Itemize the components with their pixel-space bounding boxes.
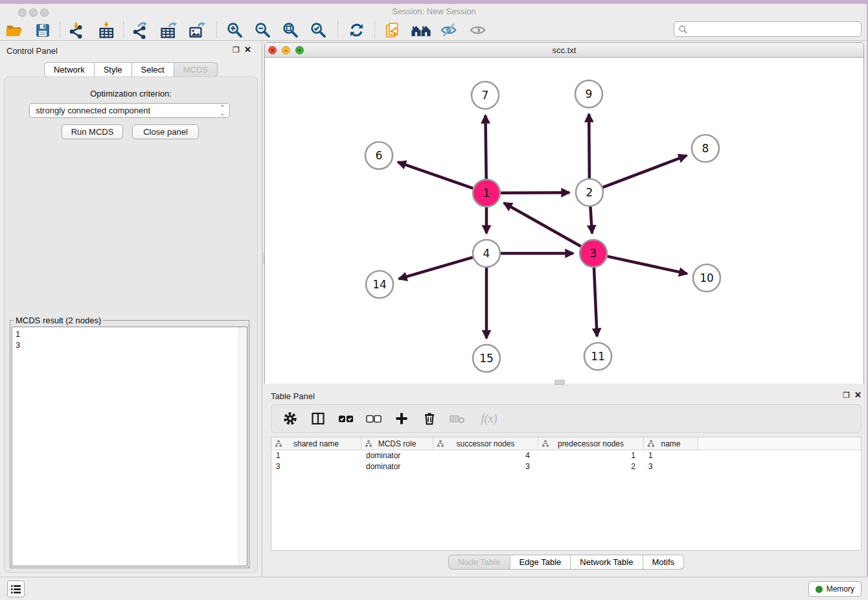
graph-edge-3-10[interactable] xyxy=(607,257,687,274)
table-cell[interactable]: dominator xyxy=(361,461,433,472)
column-header-shared-name[interactable]: shared name xyxy=(271,437,361,450)
zoom-selected-button[interactable] xyxy=(308,21,328,40)
new-network-from-selection-button[interactable] xyxy=(382,21,403,40)
tab-select[interactable]: Select xyxy=(132,62,174,77)
open-folder-icon xyxy=(5,21,23,40)
tab-style[interactable]: Style xyxy=(95,62,132,77)
graph-edge-2-8[interactable] xyxy=(603,156,687,187)
table-row[interactable]: 3dominator323 xyxy=(271,461,861,472)
table-cell[interactable]: 4 xyxy=(433,450,538,461)
show-column-panel-button[interactable] xyxy=(309,410,327,428)
tab-edge-table[interactable]: Edge Table xyxy=(510,555,571,570)
export-table-button[interactable] xyxy=(158,21,179,40)
mcds-result-item[interactable]: 1 xyxy=(16,329,247,340)
optimization-criterion-value: strongly connected component xyxy=(36,106,150,115)
task-history-button[interactable] xyxy=(7,581,25,597)
close-view-icon[interactable]: ✕ xyxy=(268,46,277,54)
search-input[interactable] xyxy=(688,25,861,34)
select-all-columns-button[interactable] xyxy=(337,410,355,428)
graph-edge-4-14[interactable] xyxy=(399,257,473,279)
column-header-predecessor-nodes[interactable]: predecessor nodes xyxy=(538,437,644,450)
mcds-result-list[interactable]: 13 xyxy=(12,327,247,566)
horizontal-splitter-handle[interactable] xyxy=(554,380,565,385)
tab-node-table[interactable]: Node Table xyxy=(448,555,510,570)
mcds-panel: Optimization criterion: strongly connect… xyxy=(4,76,258,573)
trash-icon xyxy=(422,411,437,426)
tab-mcds[interactable]: MCDS xyxy=(174,62,218,77)
tab-network[interactable]: Network xyxy=(44,62,95,77)
column-header-successor-nodes[interactable]: successor nodes xyxy=(433,437,538,450)
close-table-panel-icon[interactable]: ✕ xyxy=(854,391,862,399)
minimize-view-icon[interactable]: − xyxy=(282,46,290,54)
graph-edge-3-11[interactable] xyxy=(594,268,597,336)
table-cell[interactable]: 3 xyxy=(433,461,538,472)
graph-edge-2-3[interactable] xyxy=(590,207,592,233)
column-header-MCDS-role[interactable]: MCDS role xyxy=(361,437,433,450)
apply-layout-button[interactable] xyxy=(346,21,367,40)
table-row[interactable]: 1dominator411 xyxy=(271,450,861,461)
column-header-name[interactable]: name xyxy=(644,437,698,450)
show-all-button[interactable] xyxy=(467,21,488,40)
zoom-out-button[interactable] xyxy=(252,21,273,40)
network-graph[interactable]: 1234678910111415 xyxy=(265,58,863,384)
tab-network-table[interactable]: Network Table xyxy=(571,555,643,570)
graph-node-label: 3 xyxy=(590,247,597,260)
hide-selected-button[interactable] xyxy=(438,21,459,40)
create-column-button[interactable] xyxy=(393,410,411,428)
import-table-button[interactable] xyxy=(96,21,117,40)
maximize-view-icon[interactable]: + xyxy=(295,46,304,54)
graph-edge-1-2[interactable] xyxy=(501,192,569,193)
graph-edge-1-6[interactable] xyxy=(398,162,473,189)
tab-motifs[interactable]: Motifs xyxy=(643,555,684,570)
table-cell[interactable]: 1 xyxy=(538,450,644,461)
status-bar: Memory xyxy=(0,577,868,600)
network-canvas[interactable]: 1234678910111415 xyxy=(265,58,863,384)
export-image-button[interactable] xyxy=(187,21,207,40)
save-session-button[interactable] xyxy=(32,21,53,40)
table-cell[interactable]: dominator xyxy=(361,450,433,461)
zoom-in-button[interactable] xyxy=(224,21,245,40)
eye-slash-icon xyxy=(440,21,457,39)
mcds-list-scrollbar[interactable] xyxy=(238,327,247,566)
zoom-fit-button[interactable] xyxy=(280,21,301,40)
delete-table-button-disabled xyxy=(448,410,466,428)
minimize-window-icon[interactable] xyxy=(29,8,38,17)
delete-column-button[interactable] xyxy=(420,410,439,428)
run-mcds-button[interactable]: Run MCDS xyxy=(62,124,123,139)
table-cell[interactable]: 3 xyxy=(644,461,698,472)
network-window-titlebar[interactable]: ✕ − + scc.txt xyxy=(265,43,863,58)
first-neighbors-button[interactable] xyxy=(409,21,433,40)
close-panel-button[interactable]: Close panel xyxy=(132,124,199,139)
memory-button[interactable]: Memory xyxy=(808,581,862,597)
optimization-criterion-select[interactable]: strongly connected component ⌃⌄ xyxy=(29,103,230,118)
titlebar: Session: New Session xyxy=(0,4,868,19)
float-table-panel-icon[interactable]: ❐ xyxy=(843,391,850,399)
graph-node-label: 9 xyxy=(586,87,593,100)
graph-edge-2-9[interactable] xyxy=(589,114,589,178)
table-cell[interactable]: 2 xyxy=(538,461,644,472)
table-cell[interactable]: 1 xyxy=(271,450,361,461)
table-cell[interactable]: 3 xyxy=(271,461,361,472)
control-panel-tabs: NetworkStyleSelectMCDS xyxy=(0,62,262,77)
mcds-result-item[interactable]: 3 xyxy=(16,340,247,351)
table-cell[interactable]: 1 xyxy=(644,450,698,461)
zoom-window-icon[interactable] xyxy=(40,8,49,17)
close-panel-icon[interactable]: ✕ xyxy=(244,45,251,54)
float-panel-icon[interactable]: ❐ xyxy=(233,46,240,54)
save-floppy-icon xyxy=(34,22,51,39)
toolbar-separator xyxy=(216,21,217,38)
search-field[interactable] xyxy=(674,21,862,37)
graph-edge-1-7[interactable] xyxy=(485,115,486,179)
graph-edge-3-1[interactable] xyxy=(504,203,581,246)
zoom-in-icon xyxy=(226,21,244,39)
export-image-icon xyxy=(188,21,206,40)
window-title: Session: New Session xyxy=(0,4,868,19)
table-options-button[interactable] xyxy=(281,410,299,428)
open-session-button[interactable] xyxy=(4,21,25,40)
graph-node-label: 4 xyxy=(483,247,490,260)
import-network-button[interactable] xyxy=(66,21,87,40)
export-network-button[interactable] xyxy=(130,21,150,40)
close-window-icon[interactable] xyxy=(18,8,27,17)
deselect-all-columns-button[interactable] xyxy=(365,410,383,428)
node-table[interactable]: shared nameMCDS rolesuccessor nodesprede… xyxy=(271,437,862,551)
